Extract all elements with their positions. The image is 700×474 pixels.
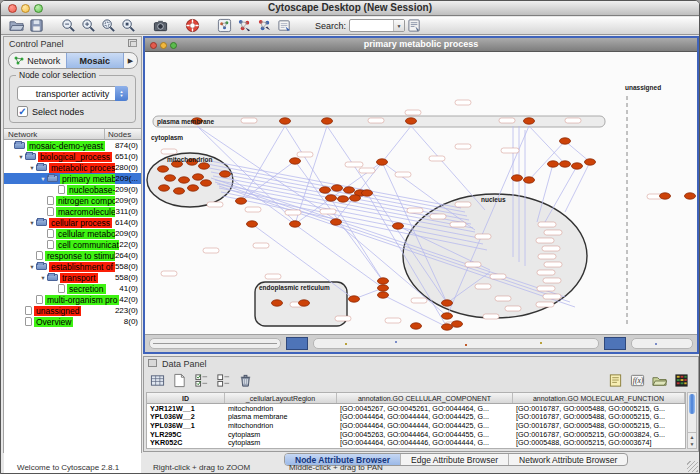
zoom-in-icon[interactable] [79, 18, 97, 34]
tree-row-node-count: 22(0) [119, 240, 141, 249]
node-label [450, 222, 466, 227]
table-row[interactable]: YJR121W__1mitochondrion[GO:0045267, GO:0… [147, 404, 685, 413]
scrollbar-thumb[interactable] [689, 394, 695, 414]
tree-row[interactable]: mosaic-demo-yeast874(0) [4, 140, 141, 151]
window-titlebar[interactable]: Cytoscape Desktop (New Session) [1, 1, 699, 16]
tree-row-node-count: 209(0) [115, 185, 141, 194]
node-label [542, 246, 560, 251]
table-row[interactable]: YPL036W__1mitochondrion[GO:0044464, GO:0… [147, 421, 685, 430]
tree-row[interactable]: ▼metabolic process280(0) [4, 162, 141, 173]
heatmap-icon[interactable] [672, 372, 691, 390]
expand-arrow-icon[interactable]: ▼ [28, 165, 36, 171]
node-label [253, 243, 269, 248]
graph-node [572, 163, 583, 169]
tree-row-label: macromolecule [56, 207, 115, 217]
node-color-dropdown[interactable]: transporter activity ▲▼ [17, 86, 128, 101]
new-attribute-icon[interactable] [170, 372, 189, 390]
show-graphics-icon[interactable] [255, 18, 273, 34]
table-row[interactable]: YDR039C__1mitochondrion[GO:0044464, GO:0… [147, 447, 685, 449]
notes-icon[interactable] [606, 372, 625, 390]
expand-arrow-icon[interactable]: ▼ [39, 176, 47, 182]
col-cellular-component[interactable]: annotation.GO CELLULAR_COMPONENT [337, 393, 513, 403]
node-label [490, 274, 506, 279]
tree-col-nodes[interactable]: Nodes [105, 130, 141, 139]
minimap-viewport-icon[interactable] [286, 337, 308, 350]
zoom-fit-icon[interactable] [119, 18, 137, 34]
data-panel-title: Data Panel [144, 357, 698, 370]
tree-row[interactable]: cellular metabo209(0) [4, 228, 141, 239]
col-id[interactable]: ID [147, 393, 225, 403]
tree-row[interactable]: ▼cellular process614(0) [4, 217, 141, 228]
expand-arrow-icon[interactable]: ▼ [17, 154, 25, 160]
unselect-attributes-icon[interactable] [214, 372, 233, 390]
node-label [537, 286, 555, 291]
open-folder-icon[interactable] [7, 18, 25, 34]
tree-row[interactable]: multi-organism pro42(0) [4, 294, 141, 305]
chevron-down-icon[interactable]: ▼ [393, 20, 404, 31]
save-icon[interactable] [27, 18, 45, 34]
expand-arrow-icon[interactable]: ▼ [39, 275, 47, 281]
tree-row[interactable]: ▼biological_process651(0) [4, 151, 141, 162]
tree-row[interactable]: nucleobase-209(0) [4, 184, 141, 195]
delete-attribute-icon[interactable] [236, 372, 255, 390]
node-label [429, 156, 445, 161]
tree-row[interactable]: response to stimul264(0) [4, 250, 141, 261]
network-view-window: primary metabolic process plasma membran… [143, 36, 699, 354]
minimap-viewport-icon[interactable] [604, 337, 626, 350]
select-nodes-checkbox[interactable]: ✓ [17, 106, 28, 117]
graph-node [332, 185, 343, 191]
function-builder-icon[interactable]: f(x) [628, 372, 647, 390]
tree-row[interactable]: secretion41(0) [4, 283, 141, 294]
float-panel-icon[interactable] [128, 39, 137, 47]
snapshot-icon[interactable] [151, 18, 169, 34]
col-molecular-function[interactable]: annotation.GO MOLECULAR_FUNCTION [513, 393, 685, 403]
tab-network[interactable]: Network [9, 53, 66, 68]
col-region[interactable]: _cellularLayoutRegion [225, 393, 337, 403]
select-attributes-icon[interactable] [192, 372, 211, 390]
expand-arrow-icon[interactable]: ▼ [28, 220, 36, 226]
network-canvas[interactable]: plasma membranecytoplasmmitochondrionnuc… [145, 52, 697, 334]
document-icon [47, 240, 54, 249]
document-icon [47, 229, 54, 238]
birdseye-view-icon[interactable] [215, 18, 233, 34]
help-icon[interactable] [183, 18, 201, 34]
edge [241, 126, 285, 201]
zoom-out-icon[interactable] [59, 18, 77, 34]
expand-arrow-icon[interactable]: ▼ [28, 264, 36, 270]
tree-col-network[interactable]: Network [4, 129, 105, 139]
annotation-icon[interactable] [275, 18, 293, 34]
graph-node [377, 159, 388, 165]
document-icon [47, 196, 54, 205]
more-tabs-arrow-icon[interactable]: ▶ [124, 57, 137, 65]
float-panel-icon[interactable] [148, 359, 157, 367]
tree-row[interactable]: cell communicat22(0) [4, 239, 141, 250]
tree-row[interactable]: Overview8(0) [4, 316, 141, 327]
tree-row[interactable]: ▼establishment of lo558(0) [4, 261, 141, 272]
scrollbar-arrows[interactable]: ▲▼ [688, 432, 696, 448]
tree-row[interactable]: nitrogen compo209(0) [4, 195, 141, 206]
network-view-titlebar[interactable]: primary metabolic process [145, 38, 697, 52]
tab-mosaic[interactable]: Mosaic [66, 53, 125, 68]
document-icon [58, 284, 65, 293]
tree-row[interactable]: ▼transport558(0) [4, 272, 141, 283]
hide-graphics-icon[interactable] [235, 18, 253, 34]
tree-row[interactable]: macromolecule311(0) [4, 206, 141, 217]
zoom-selected-icon[interactable] [99, 18, 117, 34]
search-input[interactable]: ▼ [349, 19, 405, 32]
tree-row[interactable]: ▼primary metabo209(... [4, 173, 141, 184]
tree-row-label: biological_process [38, 152, 112, 162]
table-row[interactable]: YKR052Ccytoplasm[GO:0044464, GO:0044446,… [147, 438, 685, 447]
search-settings-icon[interactable] [405, 18, 423, 34]
table-row[interactable]: YPL036W__2plasma membrane[GO:0044464, GO… [147, 413, 685, 422]
import-attributes-icon[interactable] [650, 372, 669, 390]
stepper-arrows-icon[interactable]: ▲▼ [115, 86, 128, 101]
node-label [241, 118, 257, 123]
scroll-down-icon: ▼ [690, 441, 695, 447]
tree-row[interactable]: unassigned223(0) [4, 305, 141, 316]
graph-node [201, 180, 212, 186]
attribute-table-icon[interactable] [148, 372, 167, 390]
resize-grip[interactable] [687, 461, 698, 472]
graph-node [350, 195, 361, 201]
table-row[interactable]: YLR295Ccytoplasm[GO:0045263, GO:0044464,… [147, 430, 685, 439]
table-scrollbar[interactable]: ▲▼ [687, 392, 697, 449]
